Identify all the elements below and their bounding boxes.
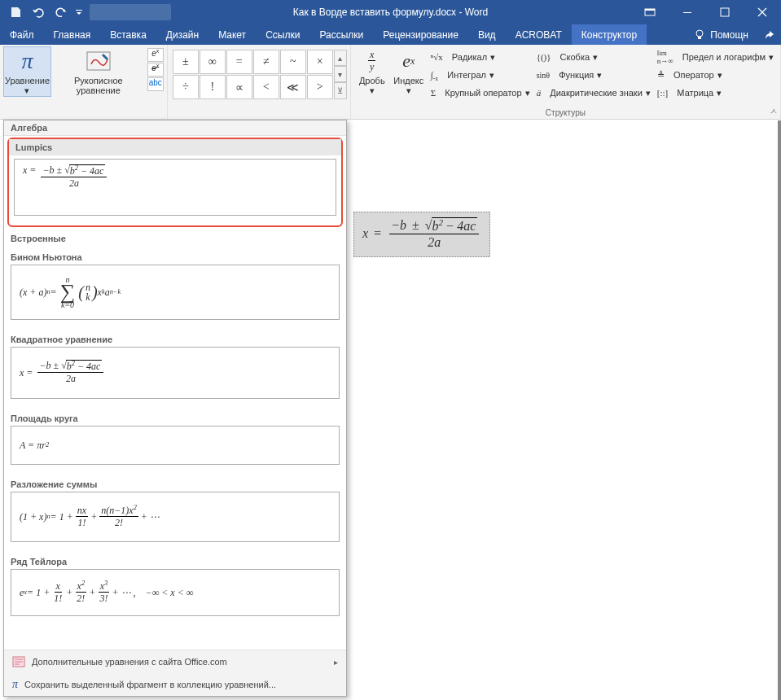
function-icon: sinθ	[537, 71, 550, 80]
operator-label: Оператор	[674, 70, 714, 80]
tab-references[interactable]: Ссылки	[256, 24, 309, 45]
ribbon-options-button[interactable]	[631, 0, 669, 24]
account-area[interactable]	[90, 4, 171, 20]
symbols-more[interactable]: ⊻	[334, 82, 347, 99]
equation-button[interactable]: π Уравнение▾	[3, 46, 51, 97]
bracket-button[interactable]: {()} Скобка ▾	[533, 48, 654, 66]
qat-customize-button[interactable]	[73, 2, 85, 22]
eq-pm: ±	[412, 218, 419, 232]
tell-me[interactable]: Помощн	[684, 24, 758, 45]
large-op-icon: Σ	[431, 88, 436, 98]
lightbulb-icon	[694, 29, 705, 41]
ink-equation-button[interactable]: Рукописное уравнение	[51, 46, 146, 97]
eq-4ac: 4ac	[457, 219, 476, 233]
eq-lumpics-quadratic[interactable]: x = −b ± b2 − 4ac2a	[14, 159, 336, 216]
close-button[interactable]	[744, 0, 781, 24]
symbol-inf[interactable]: ∞	[200, 50, 226, 74]
symbols-up[interactable]: ▴	[334, 50, 347, 66]
matrix-icon: [::]	[657, 88, 668, 98]
redo-button[interactable]	[50, 2, 72, 22]
category-circle: Площадь круга	[11, 407, 340, 426]
tab-file[interactable]: Файл	[0, 24, 44, 45]
symbol-ll[interactable]: ≪	[280, 75, 306, 99]
minimize-button[interactable]	[669, 0, 706, 24]
undo-button[interactable]	[28, 2, 49, 22]
large-op-label: Крупный оператор	[445, 88, 521, 98]
limit-label: Предел и логарифм	[682, 52, 766, 62]
tab-mailings[interactable]: Рассылки	[309, 24, 373, 45]
operator-button[interactable]: ≜ Оператор ▾	[654, 66, 777, 84]
save-selection-label: Сохранить выделенный фрагмент в коллекци…	[24, 680, 276, 689]
gallery-body[interactable]: Lumpics x = −b ± b2 − 4ac2a Встроенные Б…	[4, 136, 346, 650]
symbol-times[interactable]: ×	[307, 50, 333, 74]
chevron-down-icon	[76, 9, 82, 15]
integral-icon: ∫-x	[431, 70, 438, 80]
ink-icon	[86, 48, 112, 74]
eq-2a: 2a	[426, 234, 442, 252]
symbol-propto[interactable]: ∝	[226, 75, 252, 99]
save-button[interactable]	[5, 2, 26, 22]
limit-button[interactable]: limn→∞ Предел и логарифм ▾	[654, 48, 777, 66]
ink-label: Рукописное уравнение	[55, 76, 143, 95]
category-sum: Разложение суммы	[11, 473, 340, 492]
tab-home[interactable]: Главная	[44, 24, 101, 45]
linear-button[interactable]: ex	[147, 63, 164, 77]
redo-icon	[55, 7, 67, 18]
chevron-right-icon: ▸	[334, 658, 338, 667]
symbol-fact[interactable]: !	[200, 75, 226, 99]
share-button[interactable]	[758, 24, 781, 45]
matrix-button[interactable]: [::] Матрица ▾	[654, 84, 777, 102]
save-selection-button[interactable]: π Сохранить выделенный фрагмент в коллек…	[4, 673, 346, 696]
index-button[interactable]: ex Индекс▾	[390, 46, 428, 97]
window-controls	[631, 0, 781, 24]
document-area[interactable]: x = −b ± b2 − 4ac 2a	[353, 124, 778, 697]
bracket-icon: {()}	[537, 52, 551, 62]
eq-sum-expansion[interactable]: (1 + x)n = 1 + nx1! + n(n−1)x22! + ⋯	[11, 492, 340, 542]
symbol-lt[interactable]: <	[253, 75, 279, 99]
eq-neg-b: −b	[391, 218, 406, 232]
maximize-button[interactable]	[706, 0, 744, 24]
symbol-pm[interactable]: ±	[173, 50, 199, 74]
fraction-button[interactable]: xy Дробь▾	[354, 46, 390, 97]
radical-button[interactable]: ⁿ√x Радикал ▾	[428, 48, 533, 66]
symbol-gt[interactable]: >	[307, 75, 333, 99]
eq-x: x	[362, 226, 368, 240]
tab-design[interactable]: Дизайн	[156, 24, 208, 45]
symbol-eq[interactable]: =	[226, 50, 252, 74]
eq-binom[interactable]: (x + a)n = n∑k=0 (nk) xkan−k	[11, 265, 340, 320]
eq-circle-area[interactable]: A = πr2	[11, 426, 340, 465]
function-button[interactable]: sinθ Функция ▾	[533, 66, 654, 84]
category-quad: Квадратное уравнение	[11, 328, 340, 347]
tab-insert[interactable]: Вставка	[100, 24, 156, 45]
symbol-div[interactable]: ÷	[173, 75, 199, 99]
scrollbar-vertical[interactable]	[778, 120, 781, 700]
eq-taylor[interactable]: ex = 1 + x1! + x22! + x33! + ⋯ , −∞ < x …	[11, 569, 340, 616]
ribbon-collapse-button[interactable]: ㅅ	[770, 106, 778, 117]
document-equation[interactable]: x = −b ± b2 − 4ac 2a	[353, 212, 490, 257]
eq-quadratic[interactable]: x = −b ± b2 − 4ac2a	[11, 347, 340, 399]
tab-acrobat[interactable]: ACROBAT	[506, 24, 572, 45]
symbol-tilde[interactable]: ~	[280, 50, 306, 74]
tab-constructor[interactable]: Конструктор	[572, 24, 647, 45]
more-from-office-button[interactable]: Дополнительные уравнения с сайта Office.…	[4, 650, 346, 673]
symbol-neq[interactable]: ≠	[253, 50, 279, 74]
eq-b: b	[432, 219, 439, 233]
share-icon	[765, 30, 774, 40]
professional-button[interactable]: ex	[147, 48, 164, 62]
integral-button[interactable]: ∫-x Интеграл ▾	[428, 66, 533, 84]
group-structures: xy Дробь▾ ex Индекс▾ ⁿ√x Радикал ▾ ∫-x И…	[351, 45, 781, 119]
tab-layout[interactable]: Макет	[208, 24, 256, 45]
symbols-down[interactable]: ▾	[334, 66, 347, 82]
diacritics-button[interactable]: ä Диакритические знаки ▾	[533, 84, 654, 102]
category-taylor: Ряд Тейлора	[11, 550, 340, 569]
tab-view[interactable]: Вид	[468, 24, 506, 45]
diacritics-icon: ä	[537, 88, 542, 98]
gallery-footer: Дополнительные уравнения с сайта Office.…	[4, 650, 346, 696]
tab-review[interactable]: Рецензирование	[373, 24, 468, 45]
pi-icon: π	[14, 48, 40, 74]
tell-me-label: Помощн	[710, 29, 748, 41]
bracket-label: Скобка	[560, 52, 590, 62]
abc-button[interactable]: abc	[147, 77, 164, 91]
large-op-button[interactable]: Σ Крупный оператор ▾	[428, 84, 533, 102]
equation-gallery: Алгебра Lumpics x = −b ± b2 − 4ac2a Встр…	[3, 120, 347, 697]
